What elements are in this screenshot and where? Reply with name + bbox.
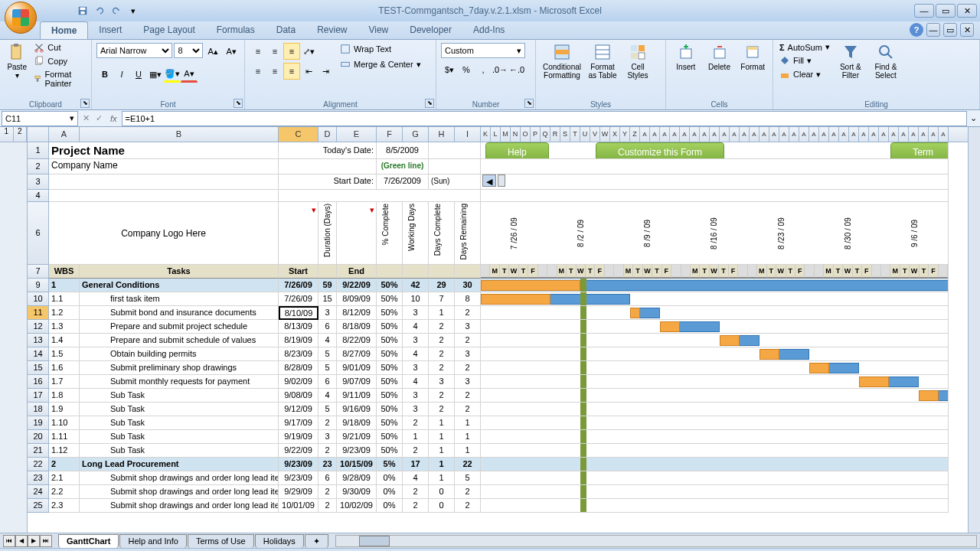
new-sheet-tab[interactable]: ✦ — [305, 534, 328, 548]
help-icon[interactable]: ? — [910, 23, 923, 37]
name-box[interactable]: C11▾ — [2, 111, 78, 126]
close-button[interactable]: ✕ — [957, 4, 977, 18]
comma-button[interactable]: , — [475, 61, 492, 78]
svg-rect-25 — [747, 47, 758, 50]
svg-line-28 — [887, 54, 892, 58]
font-size-select[interactable]: 8 — [174, 43, 203, 58]
fill-button[interactable]: Fill▾ — [778, 54, 831, 67]
align-middle[interactable]: ≡ — [266, 43, 283, 60]
number-format-select[interactable]: Custom▾ — [441, 43, 525, 58]
expand-formula-icon[interactable]: ⌄ — [967, 113, 980, 123]
sort-filter-button[interactable]: Sort & Filter — [835, 41, 867, 81]
ribbon-minimize[interactable]: — — [926, 23, 940, 37]
qat-more[interactable]: ▾ — [126, 3, 141, 18]
autosum-button[interactable]: ΣAutoSum▾ — [778, 41, 831, 53]
format-painter-button[interactable]: Format Painter — [32, 69, 87, 89]
ribbon-tab-home[interactable]: Home — [40, 21, 88, 39]
sheet-tab-help-and-info[interactable]: Help and Info — [119, 534, 186, 548]
italic-button[interactable]: I — [113, 66, 130, 83]
paste-button[interactable]: Paste▾ — [5, 41, 29, 81]
number-launcher[interactable]: ⬊ — [524, 99, 534, 108]
ribbon-tab-view[interactable]: View — [358, 21, 399, 39]
ribbon-tab-developer[interactable]: Developer — [399, 21, 462, 39]
ribbon-restore[interactable]: ▭ — [943, 23, 957, 37]
decrease-decimal[interactable]: ←.0 — [508, 61, 525, 78]
svg-rect-10 — [37, 78, 39, 81]
delete-cells-button[interactable]: Delete — [704, 41, 735, 73]
tab-nav-next[interactable]: ▶ — [28, 535, 40, 547]
qat-undo[interactable] — [92, 3, 107, 18]
format-table-button[interactable]: Format as Table — [586, 41, 619, 81]
sheet-tab-ganttchart[interactable]: GanttChart — [58, 534, 119, 548]
worksheet[interactable]: 12 ABCDEFGHIKLMNOPQRSTUVWXYZAAAAAAAAAAAA… — [0, 127, 980, 533]
ribbon-tab-insert[interactable]: Insert — [88, 21, 132, 39]
tab-nav-prev[interactable]: ◀ — [15, 535, 28, 547]
minimize-button[interactable]: — — [914, 4, 934, 18]
tab-nav-first[interactable]: ⏮ — [3, 535, 15, 547]
vertical-scrollbar[interactable] — [968, 127, 980, 533]
merge-center-button[interactable]: Merge & Center▾ — [338, 58, 423, 70]
qat-redo[interactable] — [109, 3, 124, 18]
conditional-formatting-button[interactable]: Conditional Formatting — [541, 41, 583, 81]
align-center[interactable]: ≡ — [266, 63, 283, 80]
customize-button[interactable]: Customize this Form — [596, 142, 724, 159]
copy-button[interactable]: Copy — [32, 55, 87, 67]
format-cells-button[interactable]: Format — [737, 41, 768, 73]
scroll-thumb[interactable] — [498, 174, 505, 187]
help-button[interactable]: Help — [485, 142, 549, 159]
fx-icon[interactable]: fx — [106, 114, 122, 123]
alignment-launcher[interactable]: ⬊ — [425, 99, 434, 108]
grow-font[interactable]: A▴ — [204, 43, 221, 60]
svg-rect-15 — [596, 45, 609, 59]
cell-styles-button[interactable]: Cell Styles — [622, 41, 654, 81]
status-bar: Ready ▶ ▦ ▥ ▤ 115% − + — [0, 548, 980, 551]
cut-button[interactable]: Cut — [32, 41, 87, 54]
align-right[interactable]: ≡ — [283, 63, 300, 80]
svg-rect-12 — [341, 62, 350, 66]
office-button[interactable] — [5, 2, 37, 34]
insert-cells-button[interactable]: Insert — [671, 41, 701, 73]
ribbon-tab-add-ins[interactable]: Add-Ins — [462, 21, 515, 39]
orientation[interactable]: ⤢▾ — [300, 43, 317, 60]
maximize-button[interactable]: ▭ — [936, 4, 956, 18]
border-button[interactable]: ▦▾ — [147, 66, 164, 83]
ribbon-tabs: HomeInsertPage LayoutFormulasDataReviewV… — [0, 21, 980, 40]
increase-decimal[interactable]: .0→ — [492, 61, 508, 78]
ribbon-tab-review[interactable]: Review — [306, 21, 358, 39]
align-bottom[interactable]: ≡ — [283, 43, 300, 60]
indent-decrease[interactable]: ⇤ — [300, 63, 317, 80]
shrink-font[interactable]: A▾ — [223, 43, 240, 60]
svg-rect-21 — [639, 53, 645, 59]
formula-input[interactable] — [122, 111, 967, 126]
wrap-text-button[interactable]: Wrap Text — [338, 43, 423, 55]
svg-rect-11 — [341, 45, 350, 54]
font-launcher[interactable]: ⬊ — [234, 99, 243, 108]
clear-button[interactable]: Clear▾ — [778, 68, 831, 80]
sheet-tab-holidays[interactable]: Holidays — [255, 534, 304, 548]
cancel-formula-icon[interactable]: ✕ — [80, 113, 93, 123]
ribbon-close[interactable]: ✕ — [960, 23, 974, 37]
qat-save[interactable] — [75, 3, 90, 18]
scroll-left-icon[interactable]: ◀ — [482, 174, 496, 187]
font-color-button[interactable]: A▾ — [181, 66, 198, 83]
percent-button[interactable]: % — [458, 61, 475, 78]
horizontal-scrollbar[interactable] — [335, 535, 977, 547]
ribbon-tab-formulas[interactable]: Formulas — [206, 21, 266, 39]
ribbon-tab-page-layout[interactable]: Page Layout — [132, 21, 205, 39]
tab-nav-last[interactable]: ⏭ — [40, 535, 52, 547]
clipboard-launcher[interactable]: ⬊ — [80, 99, 90, 108]
align-left[interactable]: ≡ — [250, 63, 266, 80]
underline-button[interactable]: U — [130, 66, 147, 83]
font-name-select[interactable]: Arial Narrow — [96, 43, 172, 58]
bold-button[interactable]: B — [96, 66, 113, 83]
indent-increase[interactable]: ⇥ — [317, 63, 334, 80]
enter-formula-icon[interactable]: ✓ — [93, 113, 106, 123]
ribbon-tab-data[interactable]: Data — [266, 21, 306, 39]
find-select-button[interactable]: Find & Select — [870, 41, 902, 81]
currency-button[interactable]: $▾ — [441, 61, 458, 78]
fill-color-button[interactable]: 🪣▾ — [164, 66, 181, 83]
term-button[interactable]: Term — [890, 142, 949, 159]
sheet-tab-terms-of-use[interactable]: Terms of Use — [188, 534, 254, 548]
align-top[interactable]: ≡ — [250, 43, 266, 60]
svg-rect-2 — [80, 11, 84, 15]
